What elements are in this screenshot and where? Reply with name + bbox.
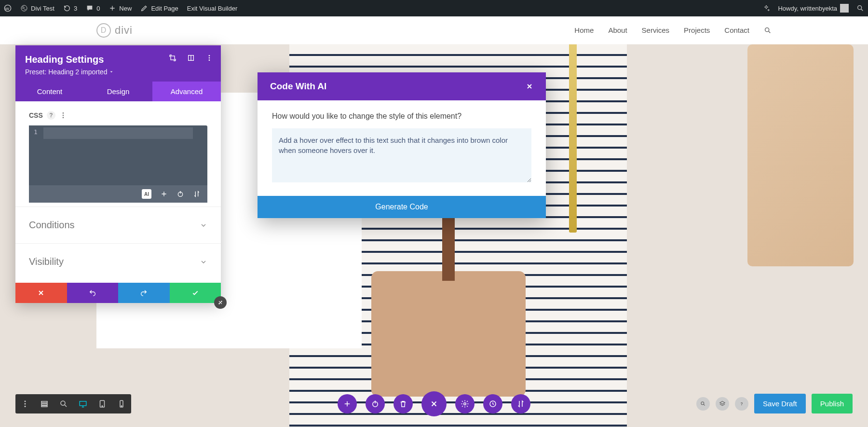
search-button[interactable] xyxy=(696,397,710,411)
publish-toolbar: ? Save Draft Publish xyxy=(696,394,853,413)
svg-point-15 xyxy=(25,406,26,407)
logo-icon: D xyxy=(96,23,111,38)
ai-button[interactable]: AI xyxy=(142,189,151,199)
site-name: Divi Test xyxy=(31,5,54,12)
chevron-down-icon xyxy=(200,258,207,266)
svg-point-24 xyxy=(121,406,122,407)
undo-button[interactable] xyxy=(67,283,119,303)
sort-button[interactable] xyxy=(511,394,530,413)
nav-about[interactable]: About xyxy=(608,26,627,34)
wp-logo[interactable] xyxy=(4,4,12,12)
view-toolbar xyxy=(15,394,131,413)
svg-point-26 xyxy=(464,403,466,405)
module-settings-panel: Heading Settings Preset: Heading 2 impor… xyxy=(15,45,221,303)
nav-services[interactable]: Services xyxy=(642,26,670,34)
ai-prompt-input[interactable] xyxy=(272,128,531,182)
howdy-link[interactable]: Howdy, writtenbyekta xyxy=(778,4,849,13)
resize-handle[interactable] xyxy=(214,296,227,309)
zoom-icon[interactable] xyxy=(54,394,73,413)
power-button[interactable] xyxy=(366,394,385,413)
desktop-view-icon[interactable] xyxy=(73,394,93,413)
svg-rect-16 xyxy=(41,401,47,403)
preset-selector[interactable]: Preset: Heading 2 imported xyxy=(25,68,211,76)
svg-point-7 xyxy=(209,57,210,59)
svg-rect-4 xyxy=(171,56,175,60)
kebab-icon[interactable] xyxy=(205,54,213,62)
svg-point-8 xyxy=(209,59,210,61)
builder-toolbar xyxy=(338,391,530,416)
svg-point-10 xyxy=(62,115,64,116)
svg-point-3 xyxy=(765,28,769,31)
nav-projects[interactable]: Projects xyxy=(684,26,710,34)
expand-icon[interactable] xyxy=(169,54,176,62)
wireframe-view-icon[interactable] xyxy=(35,394,54,413)
save-button[interactable] xyxy=(170,283,221,303)
sort-icon[interactable] xyxy=(193,190,201,198)
close-builder-button[interactable] xyxy=(421,391,447,416)
site-header: D divi Home About Services Projects Cont… xyxy=(0,16,868,44)
exit-vb-link[interactable]: Exit Visual Builder xyxy=(187,5,238,12)
tablet-view-icon[interactable] xyxy=(93,394,112,413)
svg-point-1 xyxy=(21,5,27,11)
ai-modal-title: Code With AI xyxy=(270,81,326,92)
layers-button[interactable] xyxy=(716,397,729,411)
hero-bag xyxy=(371,271,526,397)
avatar xyxy=(840,4,849,13)
phone-view-icon[interactable] xyxy=(112,394,131,413)
ai-prompt-label: How would you like to change the style o… xyxy=(272,112,531,121)
howdy-text: Howdy, writtenbyekta xyxy=(778,5,837,12)
line-number: 1 xyxy=(29,125,43,185)
decor-pole xyxy=(569,44,577,233)
ai-sparkle-icon[interactable] xyxy=(762,4,770,12)
hero-image-right xyxy=(747,44,854,266)
conditions-section[interactable]: Conditions xyxy=(15,207,221,243)
comments-link[interactable]: 0 xyxy=(86,4,100,12)
settings-footer xyxy=(15,283,221,303)
help-icon[interactable]: ? xyxy=(47,111,55,120)
close-icon[interactable] xyxy=(526,83,533,90)
svg-text:?: ? xyxy=(740,401,743,406)
css-options-icon[interactable] xyxy=(59,111,67,119)
svg-point-9 xyxy=(62,112,64,114)
nav-home[interactable]: Home xyxy=(574,26,594,34)
generate-code-button[interactable]: Generate Code xyxy=(258,196,546,218)
comments-count: 0 xyxy=(96,5,100,12)
svg-point-22 xyxy=(102,406,103,407)
nav-search-icon[interactable] xyxy=(764,27,772,34)
history-button[interactable] xyxy=(483,394,502,413)
settings-gear-button[interactable] xyxy=(455,394,475,413)
plus-icon[interactable] xyxy=(160,190,168,198)
visibility-section[interactable]: Visibility xyxy=(15,243,221,280)
snap-icon[interactable] xyxy=(187,54,195,62)
revisions-count: 3 xyxy=(74,5,77,12)
help-button[interactable]: ? xyxy=(735,397,748,411)
add-button[interactable] xyxy=(338,394,357,413)
nav-contact[interactable]: Contact xyxy=(724,26,749,34)
publish-button[interactable]: Publish xyxy=(812,394,853,413)
save-draft-button[interactable]: Save Draft xyxy=(754,394,806,413)
svg-point-6 xyxy=(209,55,210,56)
svg-point-2 xyxy=(858,6,862,10)
edit-page-link[interactable]: Edit Page xyxy=(140,4,178,12)
site-logo[interactable]: D divi xyxy=(96,23,133,38)
wp-admin-bar: Divi Test 3 0 New Edit Page Exit Visual … xyxy=(0,0,868,16)
main-nav: Home About Services Projects Contact xyxy=(574,26,772,34)
site-name-link[interactable]: Divi Test xyxy=(20,4,54,12)
toolbar-options-icon[interactable] xyxy=(15,394,35,413)
tab-design[interactable]: Design xyxy=(84,82,152,101)
new-label: New xyxy=(119,5,132,12)
tab-content[interactable]: Content xyxy=(15,82,84,101)
css-code-editor[interactable]: 1 AI xyxy=(29,125,207,203)
svg-point-28 xyxy=(701,401,704,404)
settings-tabs: Content Design Advanced xyxy=(15,82,221,101)
delete-button[interactable] xyxy=(393,394,413,413)
cancel-button[interactable] xyxy=(15,283,67,303)
revisions-link[interactable]: 3 xyxy=(63,4,77,12)
svg-point-14 xyxy=(25,403,26,405)
power-icon[interactable] xyxy=(176,190,184,198)
brand-text: divi xyxy=(115,24,133,37)
new-link[interactable]: New xyxy=(108,4,132,12)
redo-button[interactable] xyxy=(118,283,170,303)
tab-advanced[interactable]: Advanced xyxy=(152,82,221,101)
admin-search-icon[interactable] xyxy=(856,4,864,12)
